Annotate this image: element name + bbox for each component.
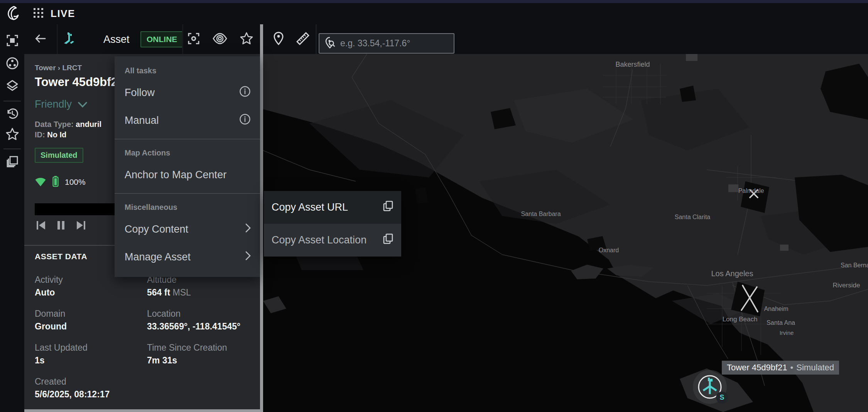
asset-data-field: DomainGround (35, 308, 145, 333)
skip-end-icon[interactable] (76, 220, 86, 232)
menu-section-header: Map Actions (115, 144, 260, 161)
map-city-label: Los Angeles (711, 269, 753, 278)
star-icon[interactable] (5, 127, 19, 143)
chevron-right-icon (245, 251, 251, 263)
info-icon (239, 86, 251, 100)
fields-right: Altitude564 ft MSLLocation33.36569°, -11… (147, 274, 260, 376)
affiliation-dropdown[interactable]: Friendly (35, 98, 87, 110)
menu-divider (115, 193, 260, 194)
asset-context-menu: All tasksFollowManualMap ActionsAnchor t… (115, 56, 260, 277)
toolbar-separator (316, 24, 317, 54)
field-value: 7m 31s (147, 355, 260, 366)
menu-item-label: Anchor to Map Center (125, 169, 226, 181)
field-value: 564 ft MSL (147, 287, 260, 299)
menu-item[interactable]: Manage Asset (115, 243, 260, 271)
menu-item[interactable]: Copy Content (115, 215, 260, 243)
online-status-badge: ONLINE (140, 31, 183, 47)
affiliation-label: Friendly (35, 98, 72, 110)
field-label: Domain (35, 308, 145, 319)
id-row: ID: No Id (35, 130, 66, 139)
field-value: Ground (35, 321, 145, 333)
submenu-item[interactable]: Copy Asset Location (264, 224, 401, 257)
field-value: Auto (35, 287, 145, 299)
map-toolbar (263, 24, 868, 54)
tooltip-asset-name: Tower 45d9bf21 (727, 363, 787, 372)
header-separator (182, 24, 183, 54)
asset-data-field: Created5/6/2025, 08:12:17 (35, 376, 145, 400)
simulated-marker-badge: S (716, 392, 728, 404)
layers-icon[interactable] (6, 79, 19, 94)
asset-data-field: Last Updated1s (35, 342, 145, 366)
history-icon[interactable] (6, 107, 19, 122)
asset-data-field: Altitude564 ft MSL (147, 274, 260, 299)
focus-icon[interactable] (6, 34, 19, 48)
map-city-label: Santa Barbara (521, 211, 561, 217)
field-value: 5/6/2025, 08:12:17 (35, 388, 145, 400)
ruler-icon[interactable] (296, 31, 310, 47)
field-suffix: MSL (170, 287, 191, 297)
battery-percent: 100% (65, 177, 86, 187)
menu-item-label: Manage Asset (125, 251, 191, 263)
top-bar: LIVE (0, 3, 868, 24)
map-city-label: Irvine (780, 329, 794, 336)
copy-content-submenu: Copy Asset URLCopy Asset Location (264, 191, 401, 257)
star-icon[interactable] (240, 32, 253, 47)
submenu-item-label: Copy Asset Location (272, 234, 366, 246)
battery-icon (52, 176, 59, 189)
map-city-label: Santa Ana (767, 319, 795, 326)
top-accent-strip (0, 0, 868, 3)
map-city-label: Bakersfield (615, 61, 650, 68)
asset-data-section-title: ASSET DATA (35, 252, 87, 261)
map-pin-icon[interactable] (273, 32, 284, 47)
map-city-label: Riverside (833, 282, 860, 289)
breadcrumb: Tower › LRCT (35, 64, 82, 72)
stack-icon[interactable] (6, 155, 19, 170)
menu-item-label: Copy Content (125, 223, 188, 235)
asset-data-field: Location33.36569°, -118.41545° (147, 308, 260, 333)
chevron-right-icon (245, 223, 251, 235)
app-window: LIVE (0, 0, 868, 412)
app-grid-icon[interactable] (33, 8, 44, 20)
simulated-badge: Simulated (35, 148, 83, 163)
copy-icon (383, 233, 393, 247)
copy-icon (383, 200, 393, 214)
wifi-icon (35, 176, 46, 188)
panel-title: Asset (103, 33, 130, 45)
anduril-logo-icon (5, 5, 22, 23)
entities-icon[interactable] (6, 57, 19, 71)
search-pin-icon (325, 37, 336, 51)
search-input[interactable] (340, 38, 454, 49)
sidebar-divider (3, 149, 21, 149)
pause-icon[interactable] (57, 220, 65, 232)
panel-vertical-scrollbar[interactable] (260, 24, 263, 412)
menu-item[interactable]: Manual (115, 106, 260, 134)
status-row: 100% (35, 176, 86, 189)
map-city-label: San Bernardino (841, 262, 868, 268)
map-city-label: Palmdale (738, 187, 764, 194)
menu-item-label: Manual (125, 115, 159, 127)
eye-icon[interactable] (213, 33, 227, 46)
left-sidebar (0, 24, 24, 412)
menu-divider (115, 139, 260, 139)
field-label: Time Since Creation (147, 342, 260, 353)
fields-left: ActivityAutoDomainGroundLast Updated1sCr… (35, 274, 145, 410)
panel-horizontal-scrollbar[interactable] (24, 409, 260, 412)
skip-start-icon[interactable] (36, 220, 46, 232)
tooltip-status: Simulated (796, 363, 834, 372)
tower-icon (62, 32, 76, 47)
map-city-label: Santa Clarita (675, 214, 711, 220)
menu-item[interactable]: Anchor to Map Center (115, 161, 260, 189)
back-arrow-icon[interactable] (34, 32, 47, 46)
chevron-down-icon (78, 98, 87, 110)
center-on-map-icon[interactable] (187, 32, 200, 47)
submenu-item[interactable]: Copy Asset URL (264, 191, 401, 224)
menu-section-header: All tasks (115, 62, 260, 79)
asset-data-field: ActivityAuto (35, 274, 145, 299)
menu-item-label: Follow (125, 87, 155, 99)
menu-item[interactable]: Follow (115, 79, 260, 106)
field-label: Location (147, 308, 260, 319)
map-city-label: Anaheim (764, 306, 788, 312)
data-type-row: Data Type: anduril (35, 120, 101, 129)
coordinate-search-box (319, 33, 454, 54)
asset-panel-header: Asset ONLINE (24, 24, 260, 54)
